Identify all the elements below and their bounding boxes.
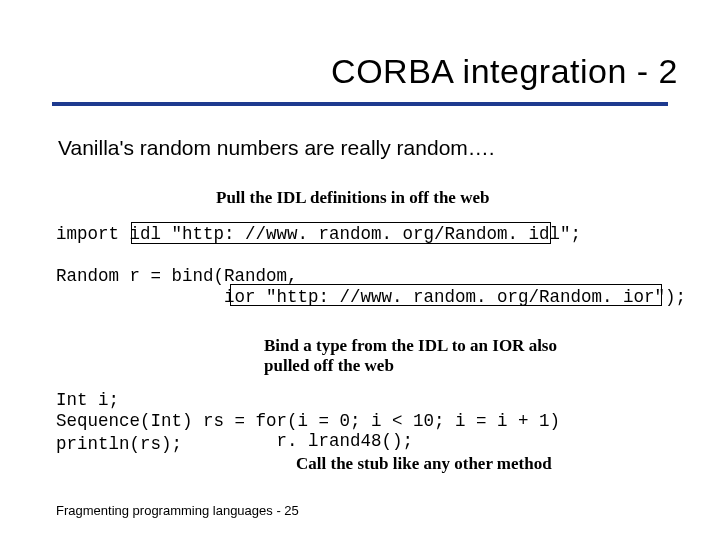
intro-text: Vanilla's random numbers are really rand… (58, 136, 495, 160)
code-println: println(rs); (56, 434, 182, 455)
caption-bind-type: Bind a type from the IDL to an IOR also … (264, 336, 564, 377)
slide-title: CORBA integration - 2 (331, 52, 678, 91)
slide: CORBA integration - 2 Vanilla's random n… (0, 0, 720, 540)
highlight-box-idl (131, 222, 551, 244)
slide-footer: Fragmenting programming languages - 25 (56, 503, 299, 518)
title-underline (52, 102, 668, 106)
caption-call-stub: Call the stub like any other method (296, 454, 552, 474)
highlight-box-ior (230, 284, 662, 306)
caption-pull-idl: Pull the IDL definitions in off the web (216, 188, 489, 208)
